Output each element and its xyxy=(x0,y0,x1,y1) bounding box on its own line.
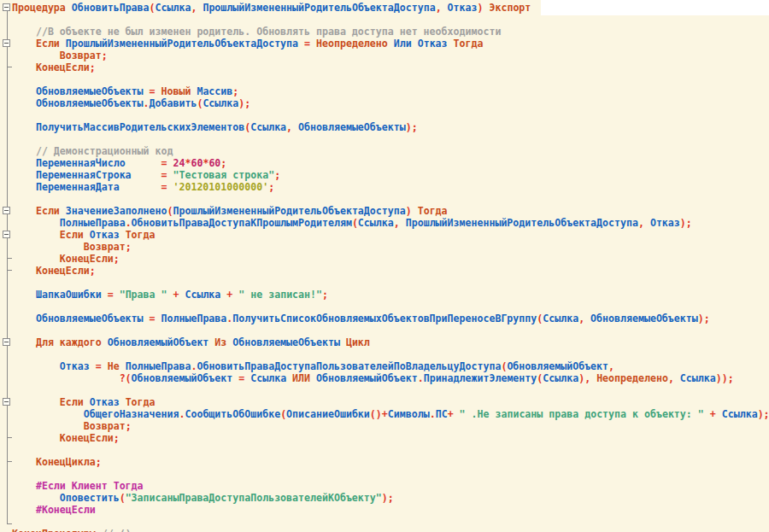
token-id: ОбновляемыеОбъекты xyxy=(292,121,406,133)
token-str: " не записан!" xyxy=(238,289,322,301)
token-id: ПС xyxy=(436,408,448,420)
token-kw: Возврат xyxy=(12,50,102,61)
token-kw: КонецЦикла xyxy=(12,456,96,468)
code-editor[interactable]: Процедура ОбновитьПрава(Ссылка, ПрошлыйИ… xyxy=(0,0,769,532)
token-pre: #КонецЕсли xyxy=(12,504,96,516)
code-line[interactable]: ОбновляемыеОбъекты = Новый Массив; xyxy=(12,85,238,97)
token-id: ПринадлежитЭлементу xyxy=(424,372,537,384)
token-id: ОбновляемыйОбъект xyxy=(507,360,608,372)
fold-line xyxy=(7,10,8,524)
code-line[interactable]: Возврат; xyxy=(12,241,132,253)
token-op: ); xyxy=(238,97,250,109)
token-op: ; xyxy=(126,241,132,253)
code-line[interactable]: КонецЕсли; xyxy=(12,253,120,265)
code-line[interactable]: Если ЗначениеЗаполнено(ПрошлыйИзмененный… xyxy=(12,205,448,217)
code-line[interactable]: КонецЕсли; xyxy=(12,61,96,73)
token-id: Или Отказ xyxy=(388,38,448,50)
token-id: ПрошлыйИзмененныйРодительОбъектаДоступа xyxy=(400,217,638,229)
token-id: ПрошлыйИзмененныйРодительОбъектаДоступа xyxy=(66,38,298,50)
token-id: ПеременнаяДата xyxy=(12,181,120,193)
code-line[interactable]: ПеременнаяСтрока = "Тестовая строка"; xyxy=(12,169,280,181)
token-op: + xyxy=(167,289,185,301)
token-id: ОбновляемыеОбъекты xyxy=(226,336,340,348)
fold-collapse-box[interactable] xyxy=(3,231,10,238)
token-kw: КонецЕсли xyxy=(12,432,114,444)
token-num: 60 xyxy=(208,157,220,169)
fold-collapse-box[interactable] xyxy=(3,398,10,406)
fold-collapse-box[interactable] xyxy=(3,3,10,11)
token-id: ОбновляемыеОбъекты xyxy=(12,85,144,97)
token-op: ; xyxy=(220,157,226,169)
token-kw: Тогда xyxy=(448,38,484,50)
token-kw: Для каждого xyxy=(12,336,102,348)
token-id: Ссылка xyxy=(203,97,238,109)
token-id: ПрошлыйИзмененныйРодительОбъектаДоступа xyxy=(173,205,405,217)
token-op: = xyxy=(132,169,173,181)
token-op: , xyxy=(638,217,644,229)
fold-collapse-box[interactable] xyxy=(3,39,10,47)
code-line[interactable]: ШапкаОшибки = "Права " + Ссылка + " не з… xyxy=(12,289,328,301)
token-id: Оповестить xyxy=(12,492,120,504)
code-line[interactable]: КонецЕсли; xyxy=(12,265,96,277)
code-line[interactable]: ОбщегоНазначения.СообщитьОбОшибке(Описан… xyxy=(12,408,769,420)
fold-collapse-box[interactable] xyxy=(3,338,10,346)
code-line[interactable]: ПеременнаяДата = '20120101000000'; xyxy=(12,181,274,193)
token-op: = xyxy=(120,181,173,193)
code-line[interactable]: ОбновляемыеОбъекты.Добавить(Ссылка); xyxy=(12,97,250,109)
token-id: СообщитьОбОшибке xyxy=(185,408,280,420)
code-line[interactable]: ПеременнаяЧисло = 24*60*60; xyxy=(12,157,226,169)
code-line[interactable]: Возврат; xyxy=(12,420,132,432)
code-line[interactable]: Отказ = Не ПолныеПрава.ОбновитьПраваДост… xyxy=(12,360,614,372)
token-kw: Процедура xyxy=(12,2,72,14)
token-op: , xyxy=(394,217,400,229)
token-kw: Возврат xyxy=(12,420,126,432)
token-com: //В объекте не был изменен родитель. Обн… xyxy=(12,26,501,38)
token-op: = xyxy=(232,372,250,384)
token-str: "Тестовая строка" xyxy=(173,169,274,181)
token-op: . xyxy=(430,408,436,420)
code-line[interactable]: КонецПроцедуры // () xyxy=(12,528,132,532)
code-line[interactable]: Если Отказ Тогда xyxy=(12,396,156,408)
token-op: ()+ xyxy=(370,408,388,420)
code-line[interactable]: ?(ОбновляемыйОбъект = Ссылка ИЛИ Обновля… xyxy=(12,372,734,384)
fold-collapse-box[interactable] xyxy=(3,207,10,214)
code-line[interactable]: КонецЦикла; xyxy=(12,456,102,468)
code-line[interactable]: Если ПрошлыйИзмененныйРодительОбъектаДос… xyxy=(12,38,483,50)
code-line[interactable]: //В объекте не был изменен родитель. Обн… xyxy=(12,26,501,38)
token-op: ; xyxy=(90,265,96,277)
token-str: "ЗаписаныПраваДоступаПользователейКОбъек… xyxy=(126,492,382,504)
token-op: ( xyxy=(120,492,126,504)
code-line[interactable]: Оповестить("ЗаписаныПраваДоступаПользова… xyxy=(12,492,394,504)
token-kw: Тогда xyxy=(412,205,448,217)
token-op: ; xyxy=(96,456,102,468)
token-kw: КонецПроцедуры xyxy=(12,528,96,532)
code-line[interactable]: ПолучитьМассивРодительскихЭлементов(Ссыл… xyxy=(12,121,418,133)
token-id: ПолныеПрава xyxy=(120,360,191,372)
code-line[interactable]: КонецЕсли; xyxy=(12,432,120,444)
code-line[interactable]: Возврат; xyxy=(12,50,108,61)
token-kw: Тогда xyxy=(120,396,156,408)
code-line[interactable]: #КонецЕсли xyxy=(12,504,96,516)
token-op: = xyxy=(144,85,161,97)
token-id: ОбновляемыйОбъект xyxy=(310,372,418,384)
token-kw: КонецЕсли xyxy=(12,253,114,265)
token-com: // Демонстрационный код xyxy=(12,145,173,157)
code-line[interactable]: Процедура ОбновитьПрава(Ссылка, ПрошлыйИ… xyxy=(12,2,531,14)
code-line[interactable]: Для каждого ОбновляемыйОбъект Из Обновля… xyxy=(12,336,370,348)
code-line[interactable]: ОбновляемыеОбъекты = ПолныеПрава.Получит… xyxy=(12,313,710,324)
token-op: ); xyxy=(758,408,769,420)
token-op: ( xyxy=(150,2,156,14)
token-op: . xyxy=(144,97,150,109)
token-str: " .Не записаны права доступа к объекту: … xyxy=(460,408,704,420)
code-line[interactable]: // Демонстрационный код xyxy=(12,145,173,157)
token-id: Отказ xyxy=(12,360,90,372)
token-id: ПолучитьСписокОбновляемыхОбъектовПриПере… xyxy=(232,313,537,324)
token-op: ); xyxy=(406,121,418,133)
token-id: Ссылка xyxy=(185,289,220,301)
token-id: Отказ xyxy=(644,217,680,229)
token-op: = xyxy=(144,313,161,324)
code-line[interactable]: ПолныеПрава.ОбновитьПраваДоступаКПрошлым… xyxy=(12,217,692,229)
code-line[interactable]: Если Отказ Тогда xyxy=(12,229,156,241)
code-line[interactable]: #Если Клиент Тогда xyxy=(12,480,144,492)
token-id: Ссылка xyxy=(543,372,578,384)
